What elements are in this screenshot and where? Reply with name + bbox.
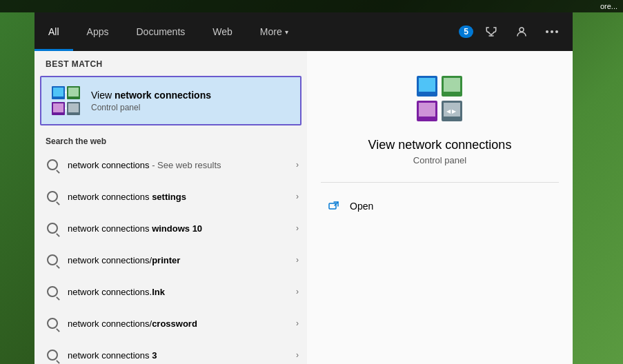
more-dropdown-arrow: ▾ [285,28,288,36]
right-panel: ◀ ▶ View network connections Control pan… [307,51,573,364]
svg-rect-23 [444,78,460,92]
suggestion-item-6[interactable]: network connections 3 › [34,339,307,364]
search-loop-icon [47,254,58,265]
suggestion-arrow-4: › [296,287,299,296]
best-match-item[interactable]: View network connections Control panel [40,76,301,125]
ellipsis-icon [546,30,558,33]
open-icon [326,198,343,214]
svg-rect-24 [449,93,455,95]
network-connections-icon-large: ◀ ▶ [416,75,464,123]
open-label: Open [350,201,373,212]
search-icon-6 [43,345,62,364]
suggestion-item-4[interactable]: network connections.lnk › [34,276,307,307]
web-section-label: Search the web [34,131,307,149]
tab-all[interactable]: All [34,12,73,51]
suggestion-text-5: network connections/crossword [68,318,296,329]
left-panel: Best match [34,51,307,364]
open-action[interactable]: Open [321,194,559,219]
tab-more[interactable]: More ▾ [246,12,302,51]
detail-subtitle: Control panel [413,155,466,165]
tab-web[interactable]: Web [199,12,246,51]
svg-rect-8 [68,88,79,97]
svg-rect-35 [329,203,336,209]
svg-text:◀ ▶: ◀ ▶ [446,108,457,114]
search-loop-icon [47,191,58,202]
best-match-icon-wrap [50,84,83,117]
suggestion-text-2: network connections windows 10 [68,223,296,234]
search-icon-3 [43,250,62,270]
svg-rect-21 [424,93,430,95]
top-bar: ore... [0,0,623,12]
suggestion-arrow-5: › [296,318,299,328]
svg-rect-15 [72,113,75,114]
person-icon [515,26,528,38]
best-match-label: Best match [34,51,307,73]
svg-rect-12 [57,113,60,114]
search-icon-1 [43,187,62,206]
nav-bar: All Apps Documents Web More ▾ 5 [34,12,573,51]
svg-rect-14 [68,103,79,112]
search-loop-icon [47,159,58,170]
svg-point-0 [520,28,524,32]
suggestion-text-0: network connections - See web results [68,160,296,170]
svg-point-3 [555,30,558,33]
detail-icon-wrap: ◀ ▶ [413,72,468,127]
suggestion-arrow-2: › [296,223,299,233]
top-bar-text: ore... [600,2,617,10]
svg-rect-26 [419,103,435,117]
best-match-text: View network connections Control panel [91,89,292,112]
detail-title: View network connections [368,138,512,152]
suggestion-arrow-6: › [296,350,299,360]
search-loop-icon [47,350,58,361]
search-icon-4 [43,282,62,301]
suggestion-item-1[interactable]: network connections settings › [34,181,307,212]
suggestion-item-3[interactable]: network connections/printer › [34,244,307,276]
svg-point-1 [546,30,548,33]
tab-apps[interactable]: Apps [73,12,123,51]
svg-point-2 [551,30,553,33]
nav-right-actions: 5 [459,19,573,44]
suggestion-item-2[interactable]: network connections windows 10 › [34,212,307,244]
search-icon-5 [43,314,62,333]
tab-documents[interactable]: Documents [122,12,199,51]
content-area: Best match [34,51,573,364]
suggestion-arrow-1: › [296,192,299,201]
suggestion-text-3: network connections/printer [68,255,296,265]
svg-rect-30 [449,118,455,120]
ellipsis-icon-btn[interactable] [540,19,564,44]
svg-rect-5 [53,88,63,97]
search-loop-icon [47,286,58,297]
search-loop-icon [47,223,58,234]
suggestion-item-5[interactable]: network connections/crossword › [34,307,307,339]
main-container: All Apps Documents Web More ▾ 5 [34,12,573,364]
svg-rect-20 [419,78,435,92]
search-icon-2 [43,219,62,238]
launch-icon [328,199,342,213]
trophy-icon-btn[interactable] [479,19,504,44]
suggestion-arrow-3: › [296,255,299,265]
svg-rect-6 [57,97,60,99]
best-match-title: View network connections [91,89,292,101]
suggestion-text-1: network connections settings [68,192,296,202]
nav-badge: 5 [459,26,473,38]
suggestion-text-4: network connections.lnk [68,287,296,297]
best-match-subtitle: Control panel [91,103,292,112]
network-connections-icon-small [51,85,81,116]
search-icon-0 [43,155,62,174]
suggestion-arrow-0: › [296,160,299,170]
detail-divider [321,182,559,183]
suggestion-text-6: network connections 3 [68,350,296,361]
trophy-icon [485,26,497,38]
search-loop-icon [47,318,58,329]
svg-rect-9 [72,97,75,99]
svg-rect-11 [53,103,63,112]
suggestion-item-0[interactable]: network connections - See web results › [34,149,307,181]
svg-rect-27 [424,118,430,120]
person-icon-btn[interactable] [509,19,534,44]
